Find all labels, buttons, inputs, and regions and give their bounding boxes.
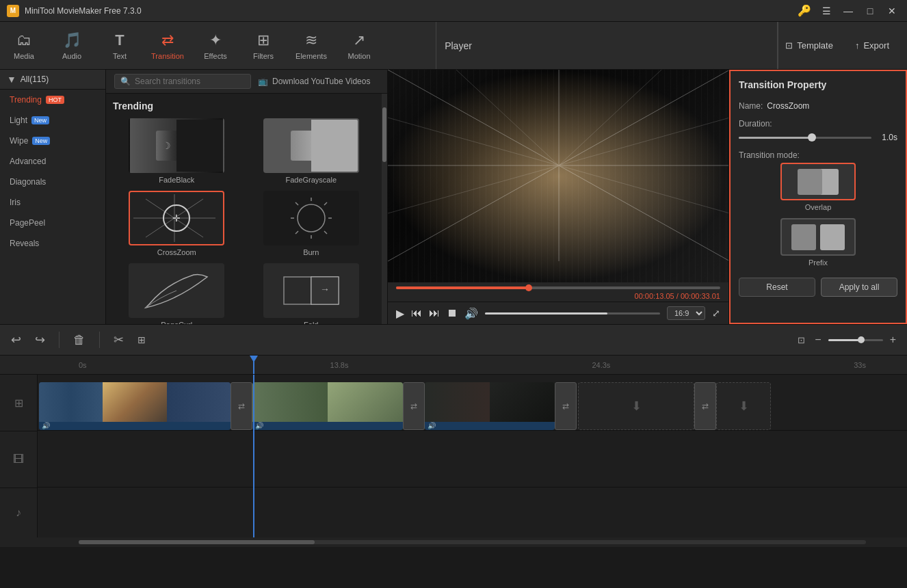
undo-button[interactable]: ↩ xyxy=(8,330,24,350)
close-button[interactable]: ✕ xyxy=(884,3,900,19)
mode-overlap[interactable]: Overlap xyxy=(739,163,897,211)
zoom-out-button[interactable]: − xyxy=(812,331,824,349)
clip1-frame1 xyxy=(39,382,103,422)
timeline-labels: ⊞ 🎞 ♪ xyxy=(0,375,38,537)
crosszoom-thumb[interactable]: ✛ xyxy=(129,191,224,245)
duration-track[interactable] xyxy=(739,137,871,139)
sidebar-item-trending[interactable]: Trending HOT xyxy=(0,90,105,110)
transition-marker-2[interactable]: ⇄ xyxy=(403,382,425,430)
empty-slot-2[interactable]: ⬇ xyxy=(716,382,771,430)
tool-media[interactable]: 🗂 Media xyxy=(0,22,48,70)
tool-transition[interactable]: ⇄ Transition xyxy=(144,22,192,70)
empty-slot-2-icon: ⬇ xyxy=(739,399,749,414)
sidebar-item-pagepeel[interactable]: PagePeel xyxy=(0,213,105,233)
timeline-scrollbar[interactable] xyxy=(0,537,907,547)
minimize-button[interactable]: — xyxy=(840,3,856,19)
prev-button[interactable]: ⏮ xyxy=(411,307,422,319)
template-button[interactable]: ⊡ Template xyxy=(778,36,840,55)
transition-burn[interactable]: Burn xyxy=(248,191,376,256)
maximize-button[interactable]: □ xyxy=(862,3,878,19)
pagecurl-visual xyxy=(130,265,223,317)
video-clip-2[interactable]: 🔊 xyxy=(252,382,403,430)
pagecurl-thumb[interactable] xyxy=(129,263,224,318)
fadegray-thumb[interactable] xyxy=(263,118,359,173)
trending-badge: HOT xyxy=(46,96,64,104)
volume-button[interactable]: 🔊 xyxy=(464,307,478,320)
next-button[interactable]: ⏭ xyxy=(429,307,440,319)
burn-thumb[interactable] xyxy=(263,191,359,245)
property-panel-title: Transition Property xyxy=(739,79,897,90)
fadeblack-thumb[interactable]: ☽ xyxy=(129,118,224,173)
sidebar-item-advanced[interactable]: Advanced xyxy=(0,151,105,172)
tool-audio[interactable]: 🎵 Audio xyxy=(48,22,96,70)
tool-motion[interactable]: ↗ Motion xyxy=(335,22,383,70)
player-progress[interactable] xyxy=(388,282,728,291)
transition-fold[interactable]: → Fold xyxy=(248,263,376,324)
hscroll-thumb[interactable] xyxy=(79,540,315,544)
mode-prefix[interactable]: Prefix xyxy=(739,218,897,267)
zoom-track[interactable] xyxy=(828,339,883,341)
sidebar-item-diagonals[interactable]: Diagonals xyxy=(0,172,105,192)
tool-filters[interactable]: ⊞ Filters xyxy=(239,22,287,70)
search-input[interactable] xyxy=(135,77,245,86)
menu-button[interactable]: ☰ xyxy=(818,3,834,19)
sidebar-item-reveals[interactable]: Reveals xyxy=(0,233,105,254)
export-icon: ↑ xyxy=(855,40,860,51)
tool-elements[interactable]: ≋ Elements xyxy=(287,22,335,70)
video-clip-1[interactable]: 🔊 xyxy=(39,382,231,430)
progress-dot[interactable] xyxy=(525,284,532,291)
transition-crosszoom[interactable]: ✛ CrossZoom xyxy=(113,191,241,256)
reset-button[interactable]: Reset xyxy=(739,278,815,297)
prefix-thumb[interactable] xyxy=(780,218,856,256)
transition-marker-4[interactable]: ⇄ xyxy=(694,382,716,430)
transition-fadeblack[interactable]: ☽ FadeBlack xyxy=(113,118,241,184)
export-button[interactable]: ↑ Export xyxy=(848,36,896,55)
zoom-dot[interactable] xyxy=(858,336,865,343)
progress-bar[interactable] xyxy=(396,286,720,289)
duration-slider[interactable]: 1.0s xyxy=(739,133,897,142)
key-button[interactable]: 🔑 xyxy=(796,3,813,19)
transition-pagecurl[interactable]: PageCurl xyxy=(113,263,241,324)
ruler-mark-2: 24.3s xyxy=(592,361,610,369)
crosszoom-rays-svg xyxy=(130,192,219,244)
zoom-lines-svg xyxy=(388,70,728,282)
sidebar-item-iris[interactable]: Iris xyxy=(0,192,105,213)
main-toolbar: 🗂 Media 🎵 Audio T Text ⇄ Transition ✦ Ef… xyxy=(0,22,907,70)
video-clip-3[interactable]: 🔊 xyxy=(425,382,555,430)
empty-slot-1[interactable]: ⬇ xyxy=(578,382,694,430)
zoom-in-button[interactable]: + xyxy=(887,331,899,349)
svg-line-16 xyxy=(295,231,298,234)
hscroll-track[interactable] xyxy=(79,540,866,544)
prefix-right-box xyxy=(820,224,845,250)
all-transitions-header[interactable]: ▼ All(115) xyxy=(0,70,105,90)
sidebar-item-light[interactable]: Light New xyxy=(0,110,105,131)
delete-button[interactable]: 🗑 xyxy=(70,330,88,350)
search-box[interactable]: 🔍 xyxy=(114,74,251,89)
download-youtube-btn[interactable]: 📺 Download YouTube Videos xyxy=(258,77,370,86)
crop-button[interactable]: ⊞ xyxy=(135,332,148,348)
transition-marker-1[interactable]: ⇄ xyxy=(231,382,252,430)
transition-fadegray[interactable]: FadeGrayscale xyxy=(248,118,376,184)
tool-text[interactable]: T Text xyxy=(96,22,144,70)
fold-thumb[interactable]: → xyxy=(263,263,359,318)
zoom-fit-button[interactable]: ⊡ xyxy=(795,332,808,348)
volume-track[interactable] xyxy=(485,312,660,315)
property-actions: Reset Apply to all xyxy=(739,278,897,297)
overlap-thumb[interactable] xyxy=(780,163,856,200)
fullscreen-button[interactable]: ⤢ xyxy=(712,308,720,319)
transition-marker-4-icon: ⇄ xyxy=(702,401,709,411)
duration-dot[interactable] xyxy=(808,133,816,142)
transitions-scrollbar[interactable] xyxy=(382,94,387,324)
cut-button[interactable]: ✂ xyxy=(111,330,127,350)
play-button[interactable]: ▶ xyxy=(396,307,404,320)
apply-all-button[interactable]: Apply to all xyxy=(821,278,897,297)
scrollbar-thumb[interactable] xyxy=(382,107,386,162)
name-row: Name: CrossZoom xyxy=(739,101,897,111)
redo-button[interactable]: ↪ xyxy=(32,330,48,350)
tool-effects[interactable]: ✦ Effects xyxy=(192,22,239,70)
volume-slider[interactable] xyxy=(485,312,660,315)
sidebar-item-wipe[interactable]: Wipe New xyxy=(0,131,105,151)
transition-marker-3[interactable]: ⇄ xyxy=(555,382,577,430)
aspect-ratio-select[interactable]: 16:9 4:3 1:1 9:16 xyxy=(667,306,705,320)
stop-button[interactable]: ⏹ xyxy=(447,307,458,319)
